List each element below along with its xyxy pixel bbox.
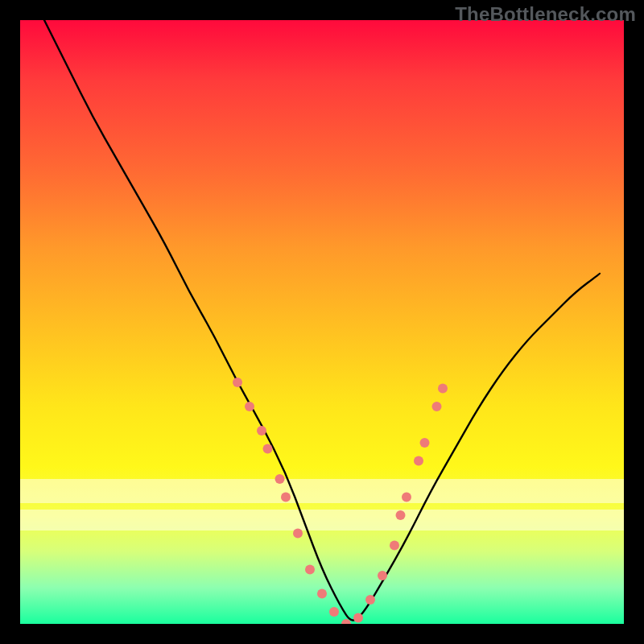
marker-point: [390, 541, 399, 551]
bottleneck-curve: [44, 20, 600, 621]
marker-point: [233, 378, 242, 387]
watermark-text: TheBottleneck.com: [455, 3, 636, 26]
marker-point: [317, 589, 327, 599]
marker-point: [432, 402, 442, 411]
marker-point: [305, 565, 315, 575]
marker-group: [233, 378, 448, 624]
marker-point: [257, 426, 266, 436]
marker-point: [420, 438, 430, 448]
marker-point: [281, 493, 291, 502]
marker-point: [365, 595, 375, 605]
marker-point: [438, 384, 448, 394]
chart-svg: [20, 20, 624, 624]
marker-point: [275, 474, 285, 484]
marker-point: [329, 607, 339, 617]
marker-point: [263, 444, 273, 454]
marker-point: [378, 571, 387, 580]
marker-point: [293, 529, 303, 539]
chart-frame: TheBottleneck.com: [0, 0, 644, 644]
marker-point: [414, 456, 423, 466]
marker-point: [402, 493, 411, 502]
marker-point: [353, 613, 363, 623]
plot-area: [20, 20, 624, 624]
marker-point: [396, 510, 406, 520]
marker-point: [245, 402, 254, 411]
